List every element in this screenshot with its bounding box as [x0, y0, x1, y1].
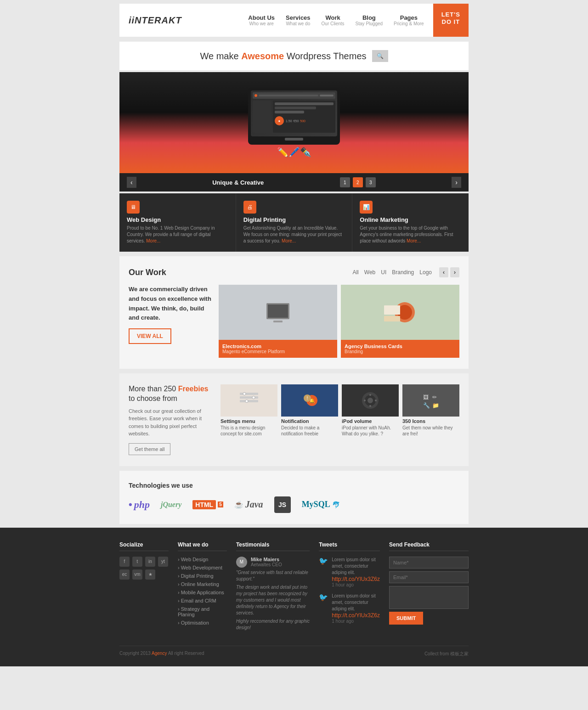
- footer-link-strategy[interactable]: › Strategy and Planing: [178, 606, 227, 617]
- social-facebook[interactable]: f: [119, 557, 130, 567]
- freebies-title: More than 250 Freebies to choose from: [129, 384, 211, 404]
- social-twitter[interactable]: t: [132, 557, 142, 567]
- work-img-2: [341, 285, 459, 340]
- filter-web[interactable]: Web: [364, 269, 375, 276]
- work-content: We are commercially driven and focus on …: [129, 285, 459, 358]
- nav-about[interactable]: About Us Who we are: [248, 14, 275, 26]
- svg-rect-11: [240, 396, 258, 399]
- agency-link[interactable]: Agency: [152, 651, 167, 656]
- svg-text:✏: ✏: [432, 394, 437, 400]
- footer-link-printing[interactable]: › Digital Printing: [178, 573, 227, 579]
- work-description: We are commercially driven and focus on …: [129, 285, 211, 323]
- filter-all[interactable]: All: [352, 269, 358, 276]
- hero-next-arrow[interactable]: ›: [452, 177, 461, 188]
- svg-point-26: [369, 405, 371, 407]
- work-next-btn[interactable]: ›: [450, 267, 459, 277]
- marketing-icon: 📊: [360, 201, 373, 214]
- webdesign-icon: 🖥: [127, 201, 140, 214]
- social-ec[interactable]: ec: [119, 569, 130, 580]
- filter-branding[interactable]: Branding: [392, 269, 414, 276]
- hero-dots: 1 2 3: [340, 177, 376, 187]
- freebie-ipod[interactable]: iPod volume iPod planner with NuAh. What…: [342, 384, 399, 455]
- svg-point-14: [252, 396, 255, 399]
- printing-more-link[interactable]: More...: [282, 238, 296, 243]
- hero-dot-2[interactable]: 2: [353, 177, 363, 187]
- filter-ui[interactable]: UI: [381, 269, 386, 276]
- footer-tweets: Tweets 🐦 Lorem ipsum dolor sit amet, con…: [319, 541, 380, 637]
- marketing-more-link[interactable]: More...: [407, 238, 421, 243]
- work-item-1[interactable]: Electronics.com Magento eCommerce Platfo…: [219, 285, 337, 358]
- footer-content: Socialize f t in yt ec vm ★ What we do ›…: [119, 541, 469, 637]
- testimonial-1: M Mike Maiers Aetwaltes CEO "Great servi…: [236, 557, 310, 631]
- hero-dot-1[interactable]: 1: [340, 177, 350, 187]
- freebie-icons[interactable]: 🖼 ✏ 🔧 📁 350 Icons Get them now while the…: [402, 384, 459, 455]
- tweet-link-1[interactable]: http://t.co/YlUx3Z6z: [332, 576, 380, 582]
- our-work-section: Our Work All Web UI Branding Logo ‹ ›: [119, 256, 469, 369]
- work-caption-2: Agency Business Cards Branding: [341, 340, 459, 358]
- footer-link-mobile[interactable]: › Mobile Applications: [178, 590, 227, 595]
- freebie-notification-img: 🔔 !: [281, 384, 338, 417]
- freebie-notification[interactable]: 🔔 ! Notification Decided to make a notif…: [281, 384, 338, 455]
- hero-dot-3[interactable]: 3: [366, 177, 376, 187]
- svg-text:!: !: [307, 396, 308, 401]
- get-theme-button[interactable]: Get theme all: [129, 443, 170, 455]
- feedback-submit-button[interactable]: SUBMIT: [389, 612, 423, 625]
- nav-work[interactable]: Work Our Clients: [322, 14, 345, 26]
- footer-link-email[interactable]: › Email and CRM: [178, 598, 227, 603]
- twitter-icon-1: 🐦: [319, 557, 328, 587]
- hero-prev-arrow[interactable]: ‹: [127, 177, 136, 188]
- footer-collect: Collect from 模板之家: [424, 651, 469, 657]
- business-cards-thumbnail: [382, 299, 418, 326]
- author-avatar: M: [236, 557, 247, 568]
- footer-link-marketing[interactable]: › Online Marketing: [178, 581, 227, 587]
- nav-services[interactable]: Services What we do: [286, 14, 311, 26]
- work-item-2[interactable]: Agency Business Cards Branding: [341, 285, 459, 358]
- freebie-settings[interactable]: Settings menu This is a menu design conc…: [220, 384, 277, 455]
- social-youtube[interactable]: yt: [158, 557, 168, 567]
- service-webdesign: 🖥 Web Design Proud to be No. 1 Web Desig…: [119, 193, 236, 252]
- logo[interactable]: iiNTERAKT: [129, 15, 182, 26]
- hero-navigation: ‹ Unique & Creative 1 2 3 ›: [119, 173, 469, 192]
- work-prev-btn[interactable]: ‹: [439, 267, 448, 277]
- php-logo: • php: [129, 499, 150, 511]
- hero-monitor: ● 1.50 €50 500: [248, 83, 340, 162]
- jquery-logo: jQuery: [161, 501, 181, 509]
- footer-copyright: Copyright 2013 Agency All right Reserved: [119, 651, 204, 657]
- social-star[interactable]: ★: [145, 569, 155, 580]
- search-button[interactable]: 🔍: [372, 50, 388, 62]
- mysql-logo: MySQL 🐬: [302, 500, 340, 509]
- footer-link-webdev[interactable]: › Web Development: [178, 565, 227, 570]
- tech-logos: • php jQuery HTML 5 ☕ Java JS MySQL 🐬: [129, 496, 459, 513]
- social-vimeo[interactable]: vm: [132, 569, 142, 580]
- work-title: Our Work: [129, 268, 166, 277]
- service-marketing: 📊 Online Marketing Get your business to …: [352, 193, 469, 252]
- nav-blog[interactable]: Blog Stay Plugged: [356, 14, 383, 26]
- testimonial-author: M Mike Maiers Aetwaltes CEO: [236, 557, 310, 568]
- feedback-email-input[interactable]: [389, 571, 469, 583]
- social-linkedin[interactable]: in: [145, 557, 155, 567]
- svg-point-25: [369, 394, 371, 396]
- work-gallery: Electronics.com Magento eCommerce Platfo…: [219, 285, 459, 358]
- svg-rect-12: [240, 400, 258, 402]
- feedback-message-input[interactable]: [389, 586, 469, 609]
- nav-pages[interactable]: Pages Pricing & More: [394, 14, 424, 26]
- work-header: Our Work All Web UI Branding Logo ‹ ›: [129, 267, 459, 277]
- work-caption-1: Electronics.com Magento eCommerce Platfo…: [219, 340, 337, 358]
- printing-icon: 🖨: [243, 201, 256, 214]
- cta-button[interactable]: LET'SDO IT: [433, 4, 469, 37]
- service-printing: 🖨 Digital Printing Get Astonishing Quali…: [236, 193, 353, 252]
- tweet-link-2[interactable]: http://t.co/YlUx3Z6z: [332, 612, 380, 619]
- svg-text:📁: 📁: [432, 402, 439, 409]
- freebies-grid: Settings menu This is a menu design conc…: [220, 384, 459, 455]
- view-all-button[interactable]: VIEW ALL: [129, 328, 171, 344]
- work-img-1: [219, 285, 337, 340]
- webdesign-more-link[interactable]: More...: [146, 238, 160, 243]
- freebie-ipod-img: [342, 384, 399, 417]
- footer-link-webdesign[interactable]: › Web Design: [178, 557, 227, 562]
- java-logo: ☕ Java: [234, 499, 263, 510]
- feedback-name-input[interactable]: [389, 557, 469, 569]
- freebies-description: More than 250 Freebies to choose from Ch…: [129, 384, 211, 455]
- html5-logo: HTML 5: [192, 500, 223, 509]
- footer-link-optimisation[interactable]: › Optimisation: [178, 620, 227, 625]
- filter-logo[interactable]: Logo: [419, 269, 432, 276]
